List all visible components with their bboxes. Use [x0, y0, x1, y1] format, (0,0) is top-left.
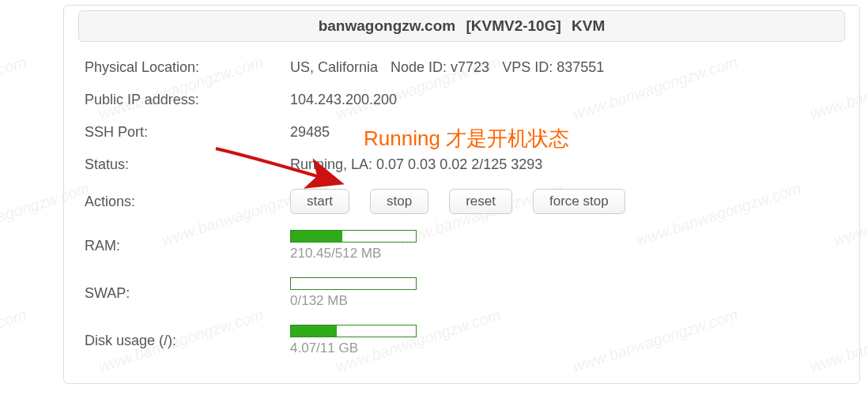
- ram-label: RAM:: [85, 238, 290, 254]
- swap-meter: 0/132 MB: [290, 277, 417, 309]
- ram-meter: 210.45/512 MB: [290, 230, 417, 261]
- panel-title: banwagongzw.com [KVMV2-10G] KVM: [78, 10, 845, 42]
- ip-label: Public IP address:: [85, 92, 290, 108]
- title-plan: [KVMV2-10G]: [466, 17, 560, 34]
- watermark: www.banwagongzw.com: [0, 306, 28, 376]
- ssh-value: 29485: [290, 124, 330, 141]
- title-domain: banwagongzw.com: [319, 17, 455, 34]
- disk-label: Disk usage (/):: [85, 333, 290, 349]
- ram-bar: [290, 230, 417, 243]
- location-value: US, California: [290, 59, 378, 76]
- row-swap: SWAP: 0/132 MB: [78, 269, 845, 317]
- stop-button[interactable]: stop: [370, 189, 428, 214]
- row-ram: RAM: 210.45/512 MB: [78, 222, 845, 269]
- actions-label: Actions:: [85, 194, 290, 210]
- vps-id: VPS ID: 837551: [502, 59, 604, 76]
- row-ip: Public IP address: 104.243.200.200: [78, 84, 845, 116]
- reset-button[interactable]: reset: [449, 189, 512, 214]
- node-id: Node ID: v7723: [391, 59, 489, 76]
- row-location: Physical Location: US, California Node I…: [78, 51, 845, 84]
- ssh-label: SSH Port:: [85, 124, 290, 141]
- status-value: Running, LA: 0.07 0.03 0.02 2/125 3293: [290, 156, 542, 173]
- disk-fill: [291, 325, 337, 337]
- ram-text: 210.45/512 MB: [290, 246, 417, 261]
- disk-bar: [290, 325, 417, 337]
- swap-bar: [290, 277, 417, 290]
- swap-label: SWAP:: [85, 285, 290, 302]
- row-actions: Actions: start stop reset force stop: [78, 181, 845, 222]
- disk-text: 4.07/11 GB: [290, 340, 417, 356]
- ip-value: 104.243.200.200: [290, 92, 397, 108]
- ram-fill: [291, 231, 342, 242]
- title-virt: KVM: [572, 17, 605, 34]
- swap-text: 0/132 MB: [290, 293, 417, 309]
- watermark: www.banwagongzw.com: [0, 53, 28, 123]
- disk-meter: 4.07/11 GB: [290, 325, 417, 356]
- row-status: Status: Running, LA: 0.07 0.03 0.02 2/12…: [78, 149, 845, 181]
- force-stop-button[interactable]: force stop: [533, 189, 625, 214]
- location-label: Physical Location:: [85, 59, 290, 76]
- row-disk: Disk usage (/): 4.07/11 GB: [78, 317, 845, 364]
- status-label: Status:: [85, 156, 290, 173]
- start-button[interactable]: start: [290, 189, 349, 214]
- row-ssh: SSH Port: 29485: [78, 116, 845, 149]
- vps-panel: banwagongzw.com [KVMV2-10G] KVM Physical…: [63, 5, 860, 384]
